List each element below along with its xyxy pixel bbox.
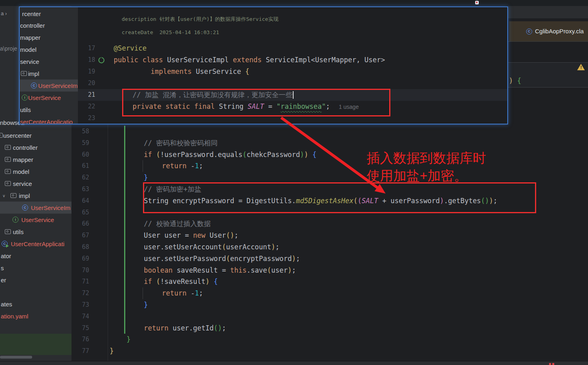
code-text: // 密码加密+加盐 bbox=[144, 184, 201, 195]
token: SALT bbox=[362, 197, 378, 205]
code-text: // 加盐 混淆，让密码更加没有规律，更加安全一些 bbox=[133, 89, 294, 101]
code-line-19: 19implements UserService { bbox=[78, 66, 507, 77]
tree-item-mapper[interactable]: mapper bbox=[0, 153, 71, 165]
code-text: } bbox=[144, 172, 148, 184]
code-line-67[interactable]: 67User user = new User(); bbox=[71, 230, 588, 241]
folder-icon bbox=[5, 229, 11, 234]
token: ) bbox=[440, 197, 444, 205]
code-line-64[interactable]: 64String encryptPassword = DigestUtils.m… bbox=[71, 195, 588, 207]
token: this bbox=[230, 266, 247, 274]
code-line-58[interactable]: 58 bbox=[71, 126, 588, 137]
token: " bbox=[322, 102, 326, 110]
tree-item-frag-ates[interactable]: ates bbox=[0, 298, 71, 310]
horizontal-scrollbar-thumb[interactable] bbox=[0, 356, 32, 359]
token: ; bbox=[199, 289, 203, 297]
token: return bbox=[162, 162, 191, 170]
token bbox=[210, 277, 214, 285]
tree-item-label: UserService bbox=[21, 216, 54, 223]
tree-item-user-center-application[interactable]: UserCenterApplicati bbox=[0, 238, 71, 250]
tree-item-controller[interactable]: controller bbox=[0, 141, 71, 153]
line-number: 22 bbox=[78, 101, 95, 112]
panel-green-highlight bbox=[0, 334, 71, 355]
token: ) bbox=[271, 243, 275, 251]
code-line-76[interactable]: 76} bbox=[71, 334, 588, 345]
token: user.getId bbox=[173, 324, 214, 332]
code-line-62[interactable]: 62} bbox=[71, 172, 588, 184]
code-line-60[interactable]: 60if (!userPassword.equals(chekcPassword… bbox=[71, 149, 588, 161]
line-number: 62 bbox=[71, 172, 89, 184]
code-line-20: 20 bbox=[78, 77, 507, 89]
tree-item-frag-s[interactable]: s bbox=[0, 262, 71, 274]
line-number: 76 bbox=[71, 334, 89, 345]
tree-item-service[interactable]: service bbox=[0, 177, 71, 190]
token: User user = bbox=[144, 231, 193, 239]
tree-item-frag-er[interactable]: er bbox=[0, 274, 71, 286]
tree-item-user-service-impl[interactable]: UserServiceIm bbox=[0, 202, 71, 214]
line-number: 61 bbox=[71, 160, 89, 172]
code-line-68[interactable]: 68user.setUserAccount(userAccount); bbox=[71, 241, 588, 253]
tree-item-user-service-impl: UserServiceIm bbox=[20, 80, 78, 92]
tree-item-utils[interactable]: utils bbox=[0, 226, 71, 238]
tab-label: CglibAopProxy.cla bbox=[535, 28, 584, 35]
tree-item-model[interactable]: model bbox=[0, 165, 71, 177]
tree-item-user-center-application: serCenterApplicatio bbox=[20, 116, 78, 124]
token: .getBytes bbox=[444, 197, 481, 205]
tree-item-mapper: mapper bbox=[20, 31, 78, 43]
token: ( bbox=[226, 255, 230, 263]
tree-item-frag-ator[interactable]: ator bbox=[0, 250, 71, 262]
code-text: String encryptPassword = DigestUtils.md5… bbox=[144, 195, 497, 207]
code-line-74[interactable]: 74 bbox=[71, 311, 588, 322]
token: " bbox=[276, 102, 280, 110]
token: } bbox=[110, 347, 114, 355]
tree-item-user-service[interactable]: UserService bbox=[0, 214, 71, 226]
tree-item-usercenter[interactable]: usercenter bbox=[0, 129, 71, 141]
code-line-72[interactable]: 72return -1; bbox=[71, 288, 588, 299]
token: ) bbox=[489, 197, 493, 205]
chevron-down-icon[interactable]: ∨ bbox=[2, 194, 5, 198]
code-line-70[interactable]: 70boolean saveResult = this.save(user); bbox=[71, 265, 588, 276]
token: rainbowsea bbox=[281, 102, 322, 110]
line-number: 59 bbox=[71, 137, 89, 149]
token: if bbox=[144, 151, 156, 159]
tree-item-impl[interactable]: ∨impl bbox=[0, 190, 71, 202]
code-line-21: 21// 加盐 混淆，让密码更加没有规律，更加安全一些 bbox=[78, 89, 507, 101]
code-line-71[interactable]: 71if (!saveResult) { bbox=[71, 276, 588, 288]
tree-item-label: s bbox=[1, 265, 4, 271]
code-text: private static final String SALT = "rain… bbox=[133, 101, 359, 113]
token: ) bbox=[292, 255, 296, 263]
code-line-63[interactable]: 63// 密码加密+加盐 bbox=[71, 184, 588, 195]
tree-item-label: impl bbox=[28, 70, 39, 77]
line-number: 63 bbox=[71, 184, 89, 195]
code-line-69[interactable]: 69user.setUserPassword(encryptPassword); bbox=[71, 253, 588, 265]
token: String bbox=[219, 102, 248, 110]
tree-item-label: rcenter bbox=[22, 10, 41, 17]
code-text: user.setUserPassword(encryptPassword); bbox=[144, 253, 300, 265]
tree-item-label: utils bbox=[13, 228, 24, 235]
code-line-59[interactable]: 59// 密码和校验密码相同 bbox=[71, 137, 588, 149]
token: return bbox=[162, 289, 191, 297]
folder-icon bbox=[5, 169, 11, 174]
code-line-73[interactable]: 73} bbox=[71, 299, 588, 311]
javadoc-description: description 针对表【user(用户)】的数据库操作Service实现 bbox=[122, 16, 279, 23]
token: ; bbox=[199, 162, 203, 170]
token: 1 bbox=[195, 162, 199, 170]
usage-hint[interactable]: 1 usage bbox=[339, 104, 359, 110]
code-line-66[interactable]: 66// 校验通过插入数据 bbox=[71, 218, 588, 230]
code-line-75[interactable]: 75return user.getId(); bbox=[71, 322, 588, 334]
tree-item-label: utils bbox=[20, 106, 31, 113]
token: ( bbox=[267, 266, 271, 274]
code-line-61[interactable]: 61return -1; bbox=[71, 160, 588, 172]
code-line-65[interactable]: 65 bbox=[71, 207, 588, 218]
token: SALT bbox=[248, 102, 268, 110]
tab-cglibaopproxy[interactable]: CglibAopProxy.cla bbox=[509, 21, 588, 41]
split-toolbar bbox=[508, 6, 588, 19]
overlay-project-tree: rcentercontrollermappermodelserviceimplU… bbox=[20, 7, 78, 124]
token: ( bbox=[353, 197, 357, 205]
code-line-fragment[interactable]: ) { bbox=[508, 75, 588, 87]
code-text: } bbox=[144, 299, 148, 311]
class-icon bbox=[31, 83, 37, 89]
code-line-77[interactable]: 77} bbox=[71, 345, 588, 357]
tree-item-application-yaml[interactable]: ation.yaml bbox=[0, 310, 71, 322]
tree-item-controller: controller bbox=[20, 19, 78, 31]
token: ; bbox=[326, 102, 330, 110]
